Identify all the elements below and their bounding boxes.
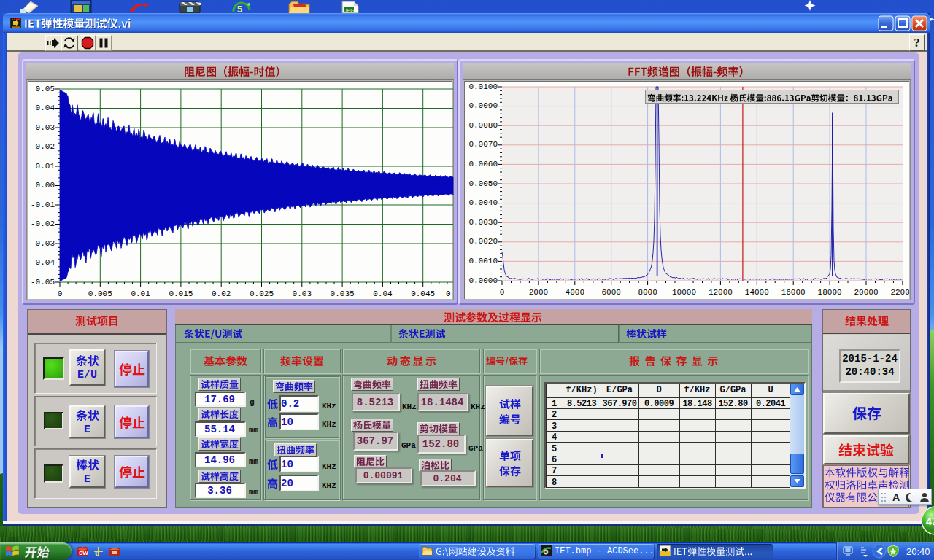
svg-text:SW: SW [79, 550, 88, 556]
svg-text:47: 47 [926, 516, 934, 527]
svg-text:20:40: 20:40 [906, 546, 930, 557]
svg-text:JPG: JPG [344, 8, 355, 13]
svg-text:e: e [95, 547, 99, 558]
svg-text:A: A [892, 491, 900, 503]
